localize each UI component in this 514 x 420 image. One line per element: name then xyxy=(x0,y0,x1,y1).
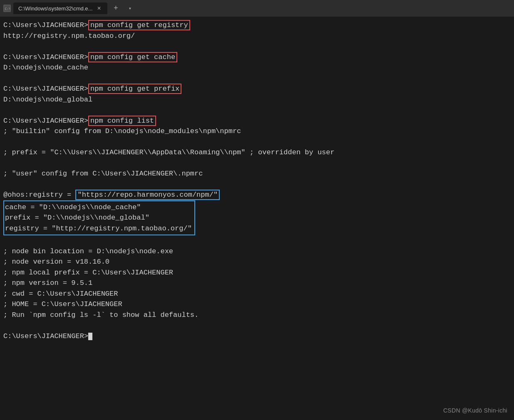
empty-8 xyxy=(3,320,509,331)
output-npm-local: ; npm local prefix = C:\Users\JIACHENGER xyxy=(3,267,509,278)
config-prefix: prefix = "D:\\nodejs\\node_global" xyxy=(5,212,192,223)
output-4c: ; "user" config from C:\Users\JIACHENGER… xyxy=(3,168,509,179)
empty-2 xyxy=(3,73,509,84)
empty-7 xyxy=(3,235,509,246)
empty-3 xyxy=(3,105,509,116)
output-node-ver: ; node version = v18.16.0 xyxy=(3,257,509,267)
prompt-3: C:\Users\JIACHENGER> xyxy=(3,85,88,93)
line-ohos: @ohos:registry = "https://repo.harmonyos… xyxy=(3,190,509,200)
empty-4 xyxy=(3,137,509,148)
cmd-icon: C:\ xyxy=(3,5,11,12)
terminal-tab[interactable]: C:\Windows\system32\cmd.e... ✕ xyxy=(13,2,107,14)
line-3: C:\Users\JIACHENGER>npm config get prefi… xyxy=(3,84,509,94)
output-npm-ver: ; npm version = 9.5.1 xyxy=(3,278,509,289)
output-1: http://registry.npm.taobao.org/ xyxy=(3,31,509,42)
final-prompt-line: C:\Users\JIACHENGER> xyxy=(3,331,509,342)
config-cache: cache = "D:\\nodejs\\node_cache" xyxy=(5,202,192,213)
empty-1 xyxy=(3,41,509,52)
output-4a: ; "builtin" config from D:\nodejs\node_m… xyxy=(3,126,509,137)
ohos-value: "https://repo.harmonyos.com/npm/" xyxy=(75,190,220,200)
final-prompt: C:\Users\JIACHENGER> xyxy=(3,332,88,340)
prompt-2: C:\Users\JIACHENGER> xyxy=(3,53,88,61)
output-cwd: ; cwd = C:\Users\JIACHENGER xyxy=(3,289,509,299)
output-4b: ; prefix = "C:\\Users\\JIACHENGER\\AppDa… xyxy=(3,147,509,158)
tab-close-button[interactable]: ✕ xyxy=(96,5,102,12)
tab-dropdown-button[interactable]: ▾ xyxy=(124,2,136,14)
config-registry: registry = "http://registry.npm.taobao.o… xyxy=(5,223,192,234)
svg-text:C:\: C:\ xyxy=(5,7,10,11)
empty-6 xyxy=(3,179,509,190)
watermark: CSDN @Kudō Shin-ichi xyxy=(443,406,507,415)
prompt-4: C:\Users\JIACHENGER> xyxy=(3,117,88,125)
terminal-content: C:\Users\JIACHENGER>npm config get regis… xyxy=(0,17,514,420)
tab-label: C:\Windows\system32\cmd.e... xyxy=(18,5,92,12)
output-node-bin: ; node bin location = D:\nodejs\node.exe xyxy=(3,246,509,257)
command-4: npm config list xyxy=(88,116,156,126)
command-1: npm config get registry xyxy=(88,20,190,30)
prompt-1: C:\Users\JIACHENGER> xyxy=(3,21,88,29)
command-2: npm config get cache xyxy=(88,52,177,62)
output-2: D:\nodejs\node_cache xyxy=(3,62,509,73)
empty-5 xyxy=(3,158,509,169)
output-3: D:\nodejs\node_global xyxy=(3,94,509,105)
cursor xyxy=(88,333,92,340)
line-4: C:\Users\JIACHENGER>npm config list xyxy=(3,116,509,126)
output-run: ; Run `npm config ls -l` to show all def… xyxy=(3,310,509,321)
line-2: C:\Users\JIACHENGER>npm config get cache xyxy=(3,52,509,63)
output-home: ; HOME = C:\Users\JIACHENGER xyxy=(3,299,509,310)
command-3: npm config get prefix xyxy=(88,84,181,94)
config-block: cache = "D:\\nodejs\\node_cache" prefix … xyxy=(3,200,195,236)
line-1: C:\Users\JIACHENGER>npm config get regis… xyxy=(3,20,509,31)
terminal-window: C:\ C:\Windows\system32\cmd.e... ✕ + ▾ C… xyxy=(0,0,514,420)
title-bar: C:\ C:\Windows\system32\cmd.e... ✕ + ▾ xyxy=(0,0,514,17)
ohos-prefix: @ohos:registry = xyxy=(3,191,75,199)
new-tab-button[interactable]: + xyxy=(110,2,122,14)
